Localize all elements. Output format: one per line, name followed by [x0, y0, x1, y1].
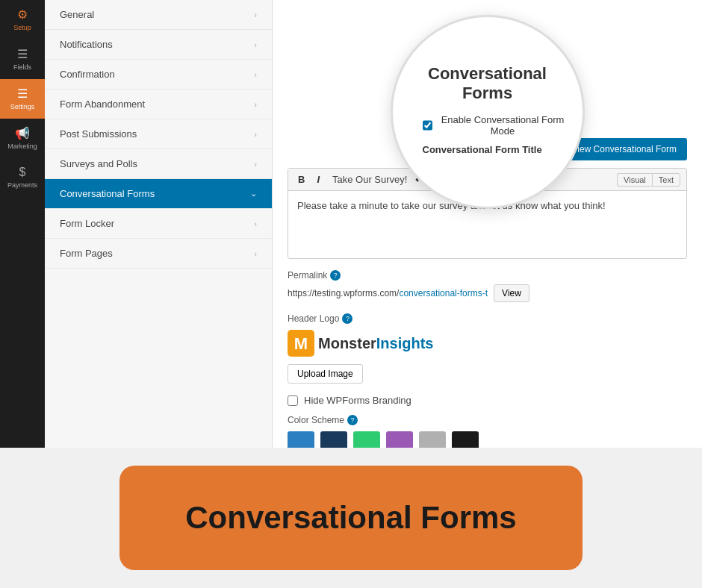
settings-icon: ☰	[17, 87, 28, 101]
sidebar-item-payments[interactable]: $ Payments	[0, 158, 45, 197]
editor-title-value: Take Our Survey!	[332, 174, 407, 185]
chevron-icon: ›	[254, 219, 257, 228]
sidebar-item-setup[interactable]: ⚙ Setup	[0, 0, 45, 40]
orange-banner: Conversational Forms	[119, 466, 583, 570]
sidebar-label-setup: Setup	[13, 25, 31, 32]
nav-label-notifications: Notifications	[60, 39, 113, 50]
nav-label-confirmation: Confirmation	[60, 69, 115, 80]
color-swatch-blue[interactable]	[288, 431, 314, 448]
svg-text:M: M	[294, 334, 308, 353]
circle-overlay: Conversational Forms Enable Conversation…	[391, 15, 585, 209]
bold-button[interactable]: B	[294, 172, 308, 187]
nav-item-notifications[interactable]: Notifications ›	[45, 30, 272, 60]
logo-info-icon[interactable]: ?	[342, 313, 352, 324]
banner-text: Conversational Forms	[185, 500, 516, 536]
nav-item-general[interactable]: General ›	[45, 0, 272, 30]
hide-branding-checkbox[interactable]	[288, 395, 298, 406]
nav-label-general: General	[60, 9, 94, 20]
main-content: Conversational Forms Enable Conversation…	[273, 0, 702, 448]
permalink-label: Permalink	[288, 270, 327, 281]
nav-label-surveys-polls: Surveys and Polls	[60, 158, 137, 169]
chevron-icon: ›	[254, 40, 257, 49]
nav-label-form-abandonment: Form Abandonment	[60, 98, 145, 110]
sidebar-label-payments: Payments	[7, 182, 37, 190]
hide-branding-label: Hide WPForms Branding	[304, 395, 411, 406]
upload-image-button[interactable]: Upload Image	[288, 364, 363, 384]
nav-item-surveys-polls[interactable]: Surveys and Polls ›	[45, 149, 272, 179]
circle-title: Conversational Forms	[408, 64, 568, 103]
circle-inner: Conversational Forms Enable Conversation…	[393, 49, 583, 175]
top-section: ⚙ Setup ☰ Fields ☰ Settings 📢 Marketing …	[0, 0, 702, 448]
sidebar-label-marketing: Marketing	[7, 143, 37, 151]
enable-checkbox[interactable]	[423, 120, 432, 131]
nav-label-form-pages: Form Pages	[60, 248, 113, 259]
screen: ⚙ Setup ☰ Fields ☰ Settings 📢 Marketing …	[0, 0, 702, 588]
chevron-icon: ›	[254, 100, 257, 109]
fields-icon: ☰	[17, 47, 28, 61]
setup-icon: ⚙	[17, 7, 28, 22]
color-scheme-label: Color Scheme ?	[288, 415, 687, 425]
sidebar-label-fields: Fields	[13, 64, 31, 72]
nav-label-post-submissions: Post Submissions	[60, 128, 137, 140]
form-title-label: Conversational Form Title	[423, 144, 568, 155]
hide-branding-row: Hide WPForms Branding	[288, 395, 687, 406]
chevron-icon: ›	[254, 249, 257, 258]
color-swatches	[288, 431, 687, 448]
sidebar-item-settings[interactable]: ☰ Settings	[0, 79, 45, 119]
permalink-url: https://testing.wpforms.com/conversation…	[288, 288, 488, 298]
visual-text-toggle: Visual Text	[617, 173, 680, 187]
color-swatch-purple[interactable]	[386, 431, 413, 448]
nav-item-confirmation[interactable]: Confirmation ›	[45, 60, 272, 90]
color-swatch-green[interactable]	[353, 431, 380, 448]
nav-item-form-abandonment[interactable]: Form Abandonment ›	[45, 90, 272, 119]
permalink-section: Permalink ? https://testing.wpforms.com/…	[288, 270, 687, 302]
nav-item-form-pages[interactable]: Form Pages ›	[45, 239, 272, 269]
logo-section: Header Logo ? M MonsterInsights Uploa	[288, 313, 687, 384]
chevron-icon: ›	[254, 70, 257, 79]
nav-item-form-locker[interactable]: Form Locker ›	[45, 209, 272, 239]
color-swatch-navy[interactable]	[320, 431, 347, 448]
enable-checkbox-row: Enable Conversational Form Mode	[408, 114, 568, 137]
color-scheme-section: Color Scheme ?	[288, 415, 687, 448]
sidebar-item-marketing[interactable]: 📢 Marketing	[0, 119, 45, 158]
chevron-icon: ›	[254, 10, 257, 19]
chevron-icon: ›	[254, 160, 257, 169]
sidebar-item-fields[interactable]: ☰ Fields	[0, 40, 45, 79]
marketing-icon: 📢	[15, 126, 30, 140]
permalink-info-icon[interactable]: ?	[330, 270, 341, 281]
logo-display: M MonsterInsights	[288, 330, 687, 357]
chevron-down-icon: ⌄	[250, 189, 257, 198]
permalink-row: https://testing.wpforms.com/conversation…	[288, 284, 687, 302]
text-button[interactable]: Text	[652, 173, 680, 187]
visual-button[interactable]: Visual	[617, 173, 652, 187]
logo-label: Header Logo ?	[288, 313, 687, 324]
bottom-section: Conversational Forms	[0, 448, 702, 588]
italic-button[interactable]: I	[313, 172, 323, 187]
sidebar-label-settings: Settings	[10, 104, 35, 111]
left-nav: General › Notifications › Confirmation ›…	[45, 0, 273, 448]
monster-insights-logo-icon: M	[288, 330, 314, 357]
payments-icon: $	[19, 166, 26, 179]
sidebar: ⚙ Setup ☰ Fields ☰ Settings 📢 Marketing …	[0, 0, 45, 448]
nav-label-conversational-forms: Conversational Forms	[60, 188, 155, 199]
nav-item-post-submissions[interactable]: Post Submissions ›	[45, 119, 272, 149]
color-scheme-info-icon[interactable]: ?	[347, 415, 358, 425]
color-swatch-black[interactable]	[452, 431, 479, 448]
chevron-icon: ›	[254, 130, 257, 139]
view-button[interactable]: View	[494, 284, 529, 302]
enable-label: Enable Conversational Form Mode	[438, 114, 568, 137]
logo-text: MonsterInsights	[318, 335, 433, 352]
color-swatch-gray[interactable]	[419, 431, 446, 448]
nav-label-form-locker: Form Locker	[60, 218, 114, 229]
nav-item-conversational-forms[interactable]: Conversational Forms ⌄	[45, 179, 272, 209]
